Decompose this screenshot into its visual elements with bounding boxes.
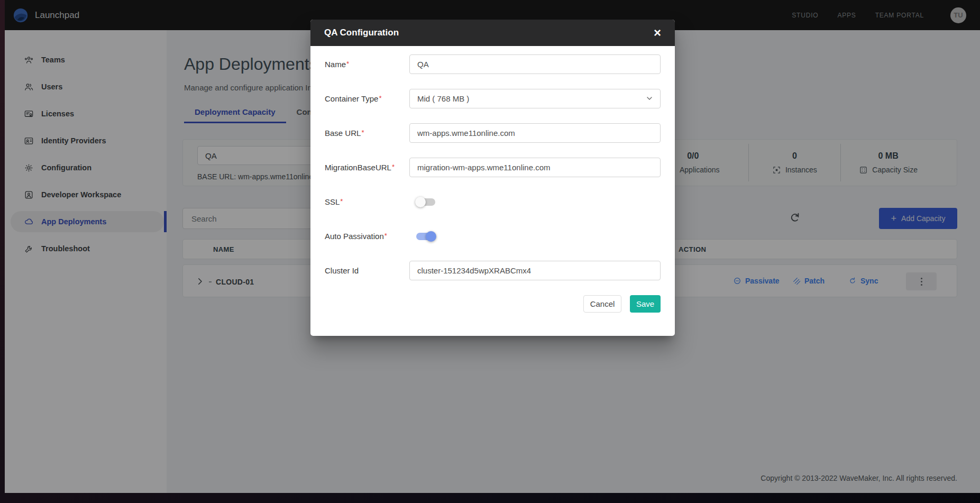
modal-title: QA Configuration [324,28,654,38]
chevron-down-icon [645,94,654,103]
modal-header: QA Configuration × [310,20,675,46]
field-name: Name* [325,54,661,74]
auto-passivation-label: Auto Passivation* [325,232,409,241]
auto-passivation-toggle[interactable] [416,233,435,240]
ssl-toggle[interactable] [416,198,435,206]
field-base-url: Base URL* [325,123,661,143]
cluster-id-input[interactable] [409,261,661,280]
name-label: Name* [325,60,409,69]
required-asterisk: * [361,129,364,136]
required-asterisk: * [384,232,387,240]
save-button[interactable]: Save [630,295,661,313]
cluster-id-label: Cluster Id [325,266,409,275]
field-container-type: Container Type* Mid ( 768 MB ) [325,89,661,108]
field-migration-base-url: MigrationBaseURL* [325,158,661,177]
base-url-label: Base URL* [325,129,409,138]
container-type-select[interactable]: Mid ( 768 MB ) [409,89,661,108]
toggle-knob [426,231,436,242]
modal-actions: Cancel Save [325,295,661,313]
modal-body: Name* Container Type* Mid ( 768 MB ) Bas… [310,46,675,336]
container-type-label: Container Type* [325,94,409,103]
required-asterisk: * [340,197,343,205]
required-asterisk: * [346,60,349,68]
base-url-input[interactable] [409,123,661,143]
cancel-button[interactable]: Cancel [583,295,621,313]
required-asterisk: * [379,94,381,102]
migration-base-url-input[interactable] [409,158,661,177]
toggle-knob [415,197,426,207]
ssl-label: SSL* [325,197,409,206]
close-icon[interactable]: × [654,26,661,39]
field-auto-passivation: Auto Passivation* [325,226,661,246]
required-asterisk: * [392,163,395,171]
field-cluster-id: Cluster Id [325,261,661,280]
migration-base-url-label: MigrationBaseURL* [325,163,409,172]
name-input[interactable] [409,54,661,74]
field-ssl: SSL* [325,192,661,212]
qa-configuration-modal: QA Configuration × Name* Container Type*… [310,20,675,336]
